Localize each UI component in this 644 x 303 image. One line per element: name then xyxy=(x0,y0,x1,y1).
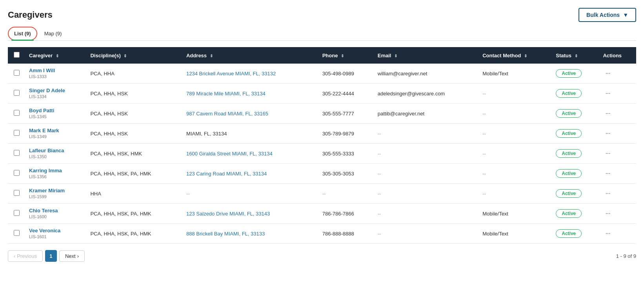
caregiver-name-link[interactable]: Chio Teresa xyxy=(29,208,82,214)
email-dash: -- xyxy=(378,211,381,217)
address-link[interactable]: 1234 Brickell Avenue MIAMI, FL, 33132 xyxy=(186,71,276,77)
table-row: Vee VeronicaLIS-1601PCA, HHA, HSK, PA, H… xyxy=(8,224,636,244)
caregiver-name-link[interactable]: Boyd Patti xyxy=(29,108,82,113)
row-checkbox[interactable] xyxy=(14,230,20,236)
contact-method-cell: Mobile/Text xyxy=(478,204,552,224)
previous-button[interactable]: ‹ Previous xyxy=(8,250,43,262)
row-checkbox[interactable] xyxy=(14,130,20,136)
caregiver-name-link[interactable]: Lafleur Bianca xyxy=(29,148,82,153)
disciplines-cell: HHA xyxy=(86,184,182,204)
select-all-header[interactable] xyxy=(8,47,25,64)
caregiver-name-link[interactable]: Vee Veronica xyxy=(29,228,82,234)
row-actions-button[interactable]: ··· xyxy=(603,69,613,78)
row-actions-button[interactable]: ··· xyxy=(603,149,613,158)
pagination-controls: ‹ Previous 1 Next › xyxy=(8,250,85,262)
phone-cell: 786-786-7866 xyxy=(318,204,374,224)
actions-cell: ··· xyxy=(599,184,636,204)
row-actions-button[interactable]: ··· xyxy=(603,109,613,118)
phone-cell: 305-498-0989 xyxy=(318,64,374,84)
row-checkbox[interactable] xyxy=(14,70,20,76)
email-dash: -- xyxy=(378,131,381,137)
row-checkbox[interactable] xyxy=(14,170,20,176)
caregiver-name-cell: Boyd PattiLIS-1345 xyxy=(25,104,86,124)
caregiver-name-link[interactable]: Singer D Adele xyxy=(29,88,82,93)
table-row: Amm I WillLIS-1333PCA, HHA1234 Brickell … xyxy=(8,64,636,84)
header-email[interactable]: Email ⇕ xyxy=(374,47,478,64)
status-cell: Active xyxy=(552,124,599,144)
address-cell: 888 Brickell Bay MIAMI, FL, 33133 xyxy=(182,224,318,244)
table-row: Kramer MiriamLIS-1599HHA--------Active··… xyxy=(8,184,636,204)
header-contact-method[interactable]: Contact Method ⇕ xyxy=(478,47,552,64)
pagination-info: 1 - 9 of 9 xyxy=(616,253,636,259)
header-disciplines[interactable]: Discipline(s) ⇕ xyxy=(86,47,182,64)
row-checkbox[interactable] xyxy=(14,210,20,216)
header-address[interactable]: Address ⇕ xyxy=(182,47,318,64)
phone-dash: -- xyxy=(322,191,326,197)
row-actions-button[interactable]: ··· xyxy=(603,189,613,198)
address-link[interactable]: 123 Salzedo Drive MIAMI, FL, 33143 xyxy=(186,211,270,217)
tab-list[interactable]: List (9) xyxy=(8,27,37,40)
contact-method-cell: -- xyxy=(478,124,552,144)
caregiver-name-link[interactable]: Karring Imma xyxy=(29,168,82,173)
row-actions-button[interactable]: ··· xyxy=(603,89,613,98)
contact-method-cell: Mobile/Text xyxy=(478,224,552,244)
address-link[interactable]: 789 Miracle Mile MIAMI, FL, 33134 xyxy=(186,91,266,97)
row-checkbox[interactable] xyxy=(14,90,20,96)
table-row: Singer D AdeleLIS-1334PCA, HHA, HSK789 M… xyxy=(8,84,636,104)
table-header-row: Caregiver ⇕ Discipline(s) ⇕ Address ⇕ Ph… xyxy=(8,47,636,64)
email-dash: -- xyxy=(378,171,381,177)
actions-cell: ··· xyxy=(599,124,636,144)
caregiver-id: LIS-1600 xyxy=(29,214,47,219)
contact-method-cell: -- xyxy=(478,84,552,104)
disciplines-cell: PCA, HHA, HSK xyxy=(86,124,182,144)
contact-method-cell: -- xyxy=(478,164,552,184)
status-badge: Active xyxy=(556,129,582,138)
tab-map[interactable]: Map (9) xyxy=(39,27,67,40)
select-all-checkbox[interactable] xyxy=(14,52,20,58)
phone-cell: 305-555-3333 xyxy=(318,144,374,164)
address-link[interactable]: 987 Cavern Road MIAMI, FL, 33165 xyxy=(186,111,268,117)
next-button[interactable]: Next › xyxy=(59,250,85,262)
caregiver-name-link[interactable]: Mark E Mark xyxy=(29,128,82,133)
contact-method-dash: -- xyxy=(482,131,486,137)
disciplines-cell: PCA, HHA, HSK xyxy=(86,84,182,104)
row-checkbox[interactable] xyxy=(14,110,20,116)
caregiver-name-link[interactable]: Kramer Miriam xyxy=(29,188,82,193)
status-cell: Active xyxy=(552,64,599,84)
phone-cell: -- xyxy=(318,184,374,204)
address-link[interactable]: 888 Brickell Bay MIAMI, FL, 33133 xyxy=(186,231,265,237)
row-checkbox-cell xyxy=(8,144,25,164)
status-cell: Active xyxy=(552,224,599,244)
sort-icon-caregiver: ⇕ xyxy=(56,54,59,58)
header-caregiver[interactable]: Caregiver ⇕ xyxy=(25,47,86,64)
row-actions-button[interactable]: ··· xyxy=(603,209,613,218)
row-checkbox[interactable] xyxy=(14,190,20,196)
header-status[interactable]: Status ⇕ xyxy=(552,47,599,64)
bulk-actions-button[interactable]: Bulk Actions ▼ xyxy=(579,8,636,22)
actions-cell: ··· xyxy=(599,224,636,244)
row-actions-button[interactable]: ··· xyxy=(603,229,613,238)
disciplines-cell: PCA, HHA, HSK, PA, HMK xyxy=(86,164,182,184)
caregiver-name-link[interactable]: Amm I Will xyxy=(29,68,82,73)
status-cell: Active xyxy=(552,184,599,204)
contact-method-cell: -- xyxy=(478,104,552,124)
phone-cell: 305-555-7777 xyxy=(318,104,374,124)
table-row: Mark E MarkLIS-1349PCA, HHA, HSKMIAMI, F… xyxy=(8,124,636,144)
contact-method-dash: -- xyxy=(482,111,486,117)
sort-icon-disciplines: ⇕ xyxy=(124,54,127,58)
email-cell: william@caregiver.net xyxy=(374,64,478,84)
row-checkbox[interactable] xyxy=(14,150,20,156)
status-badge: Active xyxy=(556,69,582,78)
email-dash: -- xyxy=(378,151,381,157)
caregiver-id: LIS-1599 xyxy=(29,194,47,199)
row-actions-button[interactable]: ··· xyxy=(603,169,613,178)
row-actions-button[interactable]: ··· xyxy=(603,129,613,138)
header-phone[interactable]: Phone ⇕ xyxy=(318,47,374,64)
actions-cell: ··· xyxy=(599,144,636,164)
page-number-1[interactable]: 1 xyxy=(45,250,57,262)
contact-method-dash: -- xyxy=(482,91,486,97)
table-row: Boyd PattiLIS-1345PCA, HHA, HSK987 Caver… xyxy=(8,104,636,124)
table-row: Lafleur BiancaLIS-1350PCA, HHA, HSK, HMK… xyxy=(8,144,636,164)
address-link[interactable]: 1600 Giralda Street MIAMI, FL, 33134 xyxy=(186,151,273,157)
address-link[interactable]: 123 Caring Road MIAMI, FL, 33134 xyxy=(186,171,267,177)
